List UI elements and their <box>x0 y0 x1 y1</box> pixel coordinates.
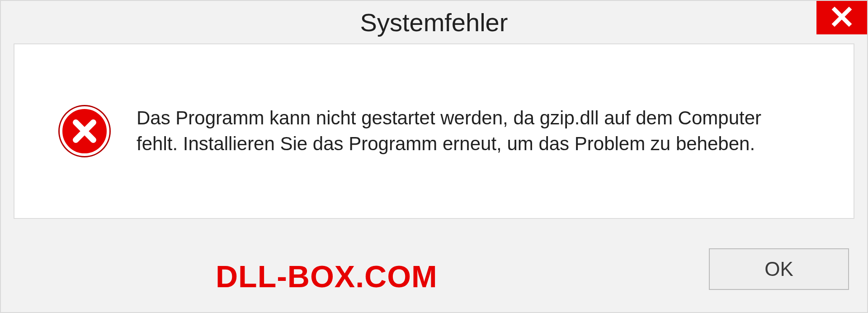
close-button[interactable] <box>816 1 867 34</box>
watermark-text: DLL-BOX.COM <box>216 259 438 294</box>
error-circle-x-icon <box>60 106 109 156</box>
content-panel: Das Programm kann nicht gestartet werden… <box>14 43 854 219</box>
titlebar: Systemfehler <box>1 1 867 43</box>
error-message: Das Programm kann nicht gestartet werden… <box>137 105 806 156</box>
close-icon <box>831 6 853 29</box>
dialog-footer: DLL-BOX.COM OK <box>1 226 867 312</box>
dialog-title: Systemfehler <box>360 8 508 37</box>
error-dialog: Systemfehler Das Programm kann nicht ges… <box>0 0 868 313</box>
ok-button[interactable]: OK <box>709 248 849 290</box>
